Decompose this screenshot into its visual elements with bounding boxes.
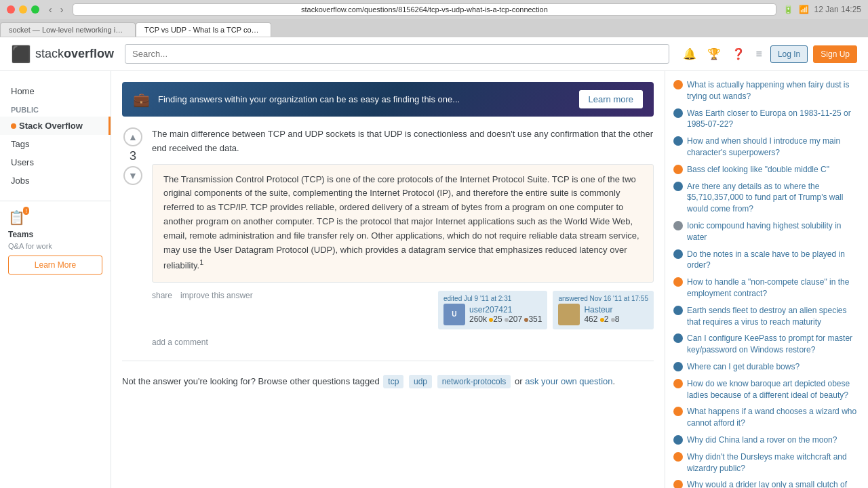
banner-learn-more-button[interactable]: Learn more (579, 90, 643, 108)
traffic-lights (7, 5, 39, 14)
related-question-item: How to handle a "non-compete clause" in … (673, 277, 860, 300)
related-question-item: Where can I get durable bows? (673, 361, 860, 373)
left-sidebar: Home PUBLIC Stack Overflow Tags Users Jo… (0, 71, 111, 488)
tab-bar: socket — Low-level networking interface … (0, 19, 868, 37)
question-icon (673, 306, 683, 315)
signup-button[interactable]: Sign Up (813, 45, 857, 63)
tag-network-protocols[interactable]: network-protocols (437, 375, 511, 388)
help-icon[interactable]: ❓ (729, 45, 748, 63)
question-icon (673, 452, 683, 462)
question-icon (673, 182, 683, 191)
editor-user: U user207421 260k 25 207 351 (443, 304, 542, 325)
related-question-link[interactable]: What is actually happening when fairy du… (687, 79, 860, 102)
answer-main-text: The main difference between TCP and UDP … (152, 127, 654, 156)
main-content: 💼 Finding answers within your organizati… (111, 71, 665, 488)
related-question-link[interactable]: How do we know baroque art depicted obes… (687, 378, 860, 401)
sidebar-item-tags[interactable]: Tags (0, 135, 111, 153)
share-link[interactable]: share (152, 291, 172, 300)
editor-block: edited Jul 9 '11 at 2:31 U user207421 26… (438, 291, 547, 329)
answerer-rep: 462 2 8 (584, 314, 619, 324)
question-icon (673, 277, 683, 287)
teams-sublabel: Q&A for work (8, 242, 102, 250)
related-questions: What is actually happening when fairy du… (673, 79, 860, 488)
sidebar-item-stackoverflow[interactable]: Stack Overflow (0, 117, 111, 135)
related-question-link[interactable]: Are there any details as to where the $5… (687, 181, 860, 215)
question-icon (673, 379, 683, 388)
tag-tcp[interactable]: tcp (383, 375, 403, 388)
sidebar-item-users[interactable]: Users (0, 153, 111, 171)
learn-more-button[interactable]: Learn More (8, 256, 102, 274)
related-question-item: Can I configure KeePass to prompt for ma… (673, 333, 860, 356)
sidebar-active-item: Stack Overflow (11, 121, 98, 131)
ask-question-link[interactable]: ask your own question (525, 376, 612, 386)
close-button[interactable] (7, 5, 15, 14)
promo-banner: 💼 Finding answers within your organizati… (122, 82, 654, 117)
answer-body: The main difference between TCP and UDP … (152, 127, 654, 347)
answerer-avatar (558, 304, 580, 325)
search-input[interactable] (125, 44, 669, 64)
inbox-icon[interactable]: 🔔 (680, 45, 699, 63)
answerer-name[interactable]: Hasteur (584, 305, 619, 314)
question-icon (673, 362, 683, 371)
achievements-icon[interactable]: 🏆 (705, 45, 724, 63)
tag-udp[interactable]: udp (409, 375, 432, 388)
minimize-button[interactable] (19, 5, 27, 14)
so-header: ⬛ stackoverflow 🔔 🏆 ❓ ≡ Log In Sign Up (0, 37, 868, 71)
related-question-link[interactable]: Why would a drider lay only a small clut… (687, 479, 860, 488)
browser-icons: 🔋 📶 12 Jan 14:25 (783, 5, 861, 14)
time-display: 12 Jan 14:25 (814, 5, 861, 14)
back-button[interactable]: ‹ (46, 4, 55, 15)
teams-section: 📋 ! Teams Q&A for work Learn More (0, 201, 111, 274)
related-question-item: Why did China land a rover on the moon? (673, 434, 860, 446)
add-comment-link[interactable]: add a comment (152, 338, 654, 347)
maximize-button[interactable] (31, 5, 39, 14)
sidebar-item-jobs[interactable]: Jobs (0, 171, 111, 190)
teams-badge: ! (23, 207, 29, 215)
answer-actions: share improve this answer (152, 291, 253, 300)
related-question-link[interactable]: Bass clef looking like "double middle C" (687, 164, 829, 176)
answerer-block: answered Nov 16 '11 at 17:55 Hasteur 462… (553, 291, 654, 329)
editor-rep: 260k 25 207 351 (469, 314, 542, 324)
upvote-button[interactable]: ▲ (123, 127, 142, 146)
vote-controls: ▲ 3 ▼ (122, 127, 144, 185)
related-question-item: Do the notes in a scale have to be playe… (673, 249, 860, 272)
more-icon[interactable]: ≡ (753, 45, 765, 63)
related-question-link[interactable]: Ionic compound having highest solubility… (687, 220, 860, 243)
tab-1[interactable]: socket — Low-level networking interface … (0, 22, 136, 37)
related-question-item: How do we know baroque art depicted obes… (673, 378, 860, 401)
login-button[interactable]: Log In (770, 45, 808, 63)
teams-label: Teams (8, 230, 102, 239)
related-question-link[interactable]: Earth sends fleet to destroy an alien sp… (687, 305, 860, 328)
editor-name[interactable]: user207421 (469, 305, 542, 314)
editor-avatar: U (443, 304, 465, 325)
related-question-link[interactable]: Can I configure KeePass to prompt for ma… (687, 333, 860, 356)
related-question-item: How and when should I introduce my main … (673, 136, 860, 159)
related-question-link[interactable]: Was Earth closer to Europa on 1983-11-25… (687, 108, 860, 131)
so-search (125, 44, 669, 64)
edited-label: edited Jul 9 '11 at 2:31 (443, 295, 542, 302)
sidebar-item-home[interactable]: Home (0, 82, 111, 100)
address-bar[interactable] (73, 3, 776, 16)
downvote-button[interactable]: ▼ (123, 166, 142, 185)
related-question-link[interactable]: Why didn't the Dursleys make witchcraft … (687, 451, 860, 474)
related-question-link[interactable]: How to handle a "non-compete clause" in … (687, 277, 860, 300)
battery-icon: 🔋 (783, 5, 793, 14)
answer-meta: share improve this answer edited Jul 9 '… (152, 291, 654, 329)
question-icon (673, 136, 683, 146)
question-icon (673, 221, 683, 230)
blockquote-box: The Transmission Control Protocol (TCP) … (152, 164, 654, 283)
related-question-link[interactable]: Do the notes in a scale have to be playe… (687, 249, 860, 272)
tab-2-active[interactable]: TCP vs UDP - What Is a TCP connection? -… (136, 22, 271, 37)
browser-chrome: ‹ › 🔋 📶 12 Jan 14:25 socket — Low-level … (0, 0, 868, 37)
improve-link[interactable]: improve this answer (180, 291, 253, 300)
blockquote-text: The Transmission Control Protocol (TCP) … (163, 174, 639, 271)
header-actions: 🔔 🏆 ❓ ≡ Log In Sign Up (680, 45, 857, 63)
related-question-link[interactable]: What happens if a wand chooses a wizard … (687, 406, 860, 429)
related-question-link[interactable]: Why did China land a rover on the moon? (687, 434, 837, 446)
related-question-link[interactable]: How and when should I introduce my main … (687, 136, 860, 159)
answerer-info: Hasteur 462 2 8 (584, 305, 619, 324)
related-question-link[interactable]: Where can I get durable bows? (687, 361, 800, 373)
so-logo[interactable]: ⬛ stackoverflow (11, 45, 114, 64)
forward-button[interactable]: › (58, 4, 66, 15)
banner-icon: 💼 (133, 92, 150, 108)
